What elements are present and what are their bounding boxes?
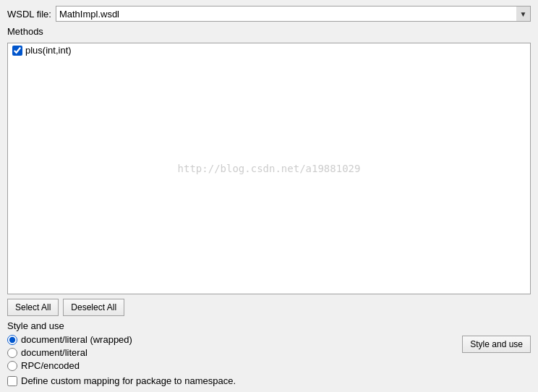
style-use-section: Style and use document/literal (wrapped)…: [7, 320, 531, 371]
wsdl-label: WSDL file:: [7, 9, 51, 20]
style-use-btn-container: Style and use: [462, 334, 531, 353]
radio-group: document/literal (wrapped) document/lite…: [7, 334, 455, 371]
radio-item-rpc-encoded: RPC/encoded: [7, 360, 455, 371]
method-checkbox[interactable]: [12, 46, 22, 56]
wsdl-select-container: MathImpl.wsdl ▼: [56, 6, 531, 22]
select-all-button[interactable]: Select All: [7, 299, 59, 316]
deselect-all-button[interactable]: Deselect All: [63, 299, 124, 316]
wsdl-select[interactable]: MathImpl.wsdl: [56, 6, 531, 22]
buttons-row: Select All Deselect All: [7, 299, 531, 316]
radio-label-doc-literal: document/literal: [21, 347, 87, 358]
radio-rpc-encoded[interactable]: [7, 361, 17, 371]
style-use-header: Style and use: [7, 320, 531, 331]
watermark-text: http://blog.csdn.net/a19881029: [178, 163, 361, 174]
radio-label-rpc-encoded: RPC/encoded: [21, 360, 80, 371]
radio-doc-literal-wrapped[interactable]: [7, 335, 17, 345]
radio-doc-literal[interactable]: [7, 348, 17, 358]
radio-item-doc-literal: document/literal: [7, 347, 455, 358]
list-item: plus(int,int): [8, 43, 530, 57]
methods-listbox: plus(int,int) http://blog.csdn.net/a1988…: [7, 43, 531, 294]
wsdl-row: WSDL file: MathImpl.wsdl ▼: [7, 6, 531, 22]
radio-label-doc-wrapped: document/literal (wrapped): [21, 334, 132, 345]
method-name: plus(int,int): [25, 45, 72, 56]
main-container: WSDL file: MathImpl.wsdl ▼ Methods plus(…: [0, 0, 538, 392]
methods-label: Methods: [7, 26, 531, 37]
style-use-content: document/literal (wrapped) document/lite…: [7, 334, 531, 371]
define-custom-label: Define custom mapping for package to nam…: [21, 375, 236, 386]
define-custom-row: Define custom mapping for package to nam…: [7, 375, 531, 386]
radio-item-doc-wrapped: document/literal (wrapped): [7, 334, 455, 345]
define-custom-checkbox[interactable]: [7, 376, 17, 386]
style-and-use-button[interactable]: Style and use: [462, 336, 531, 353]
